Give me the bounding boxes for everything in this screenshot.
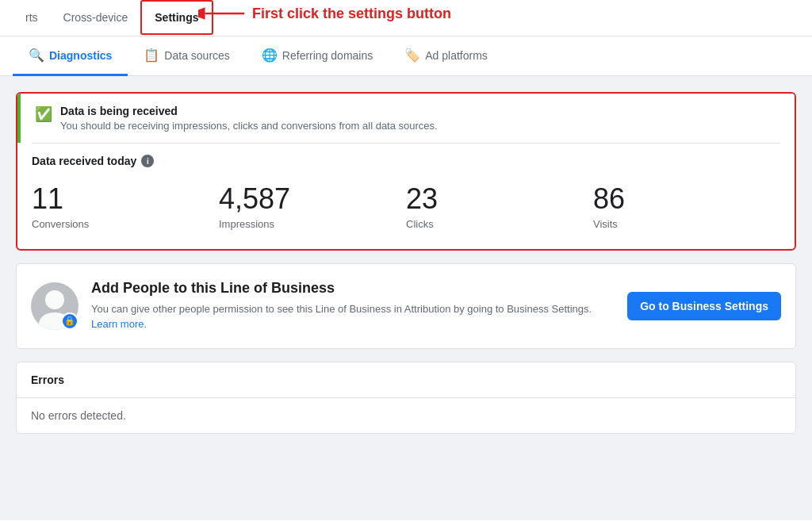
inner-tabs: 🔍 Diagnostics 📋 Data sources 🌐 Referring… [0,36,812,76]
learn-more-link[interactable]: Learn more. [91,318,147,330]
add-people-description: You can give other people permission to … [91,301,615,332]
stat-visits-value: 86 [593,183,780,215]
stat-visits: 86 Visits [593,183,780,230]
status-title: Data is being received [60,105,438,117]
top-nav-tab-rts[interactable]: rts [13,2,51,36]
add-people-title: Add People to this Line of Business [91,280,615,297]
svg-point-2 [45,290,64,309]
info-icon: i [141,155,154,167]
stat-clicks-value: 23 [406,183,593,215]
stat-clicks: 23 Clicks [406,183,593,230]
stat-conversions: 11 Conversions [32,183,219,230]
add-people-section: 🔒 Add People to this Line of Business Yo… [16,263,796,349]
status-subtitle: You should be receiving impressions, cli… [60,120,438,132]
tab-data-sources[interactable]: 📋 Data sources [128,36,245,76]
ad-platforms-icon: 🏷️ [404,48,420,63]
errors-header: Errors [17,362,795,398]
tab-ad-platforms[interactable]: 🏷️ Ad platforms [389,36,504,76]
diagnostics-icon: 🔍 [29,48,44,63]
status-text: Data is being received You should be rec… [60,105,438,132]
referring-domains-icon: 🌐 [262,48,278,63]
lock-icon: 🔒 [61,312,79,330]
check-circle-icon: ✅ [35,105,52,123]
data-sources-icon: 📋 [144,48,159,63]
avatar-container: 🔒 [31,282,79,330]
main-content: ✅ Data is being received You should be r… [0,76,812,520]
stat-impressions: 4,587 Impressions [219,183,406,230]
add-people-text: Add People to this Line of Business You … [91,280,615,332]
top-nav: rts Cross-device Settings First click th… [0,0,812,36]
tab-referring-domains[interactable]: 🌐 Referring domains [246,36,389,76]
stat-impressions-label: Impressions [219,218,406,230]
stat-conversions-label: Conversions [32,218,219,230]
data-received-header: Data received today i [17,144,795,175]
top-nav-tab-cross-device[interactable]: Cross-device [51,2,141,36]
status-banner: ✅ Data is being received You should be r… [17,94,795,143]
top-nav-tab-settings[interactable]: Settings [140,0,213,35]
stat-impressions-value: 4,587 [219,183,406,215]
errors-section: Errors No errors detected. [16,362,796,434]
stat-visits-label: Visits [593,218,780,230]
go-to-business-settings-button[interactable]: Go to Business Settings [627,292,781,320]
annotation: First click the settings button [198,2,451,25]
data-section: ✅ Data is being received You should be r… [16,92,796,251]
tab-diagnostics[interactable]: 🔍 Diagnostics [13,36,128,76]
annotation-text: First click the settings button [252,6,451,22]
errors-body: No errors detected. [17,398,795,433]
stat-conversions-value: 11 [32,183,219,215]
stat-clicks-label: Clicks [406,218,593,230]
stats-row: 11 Conversions 4,587 Impressions 23 Clic… [17,175,795,249]
